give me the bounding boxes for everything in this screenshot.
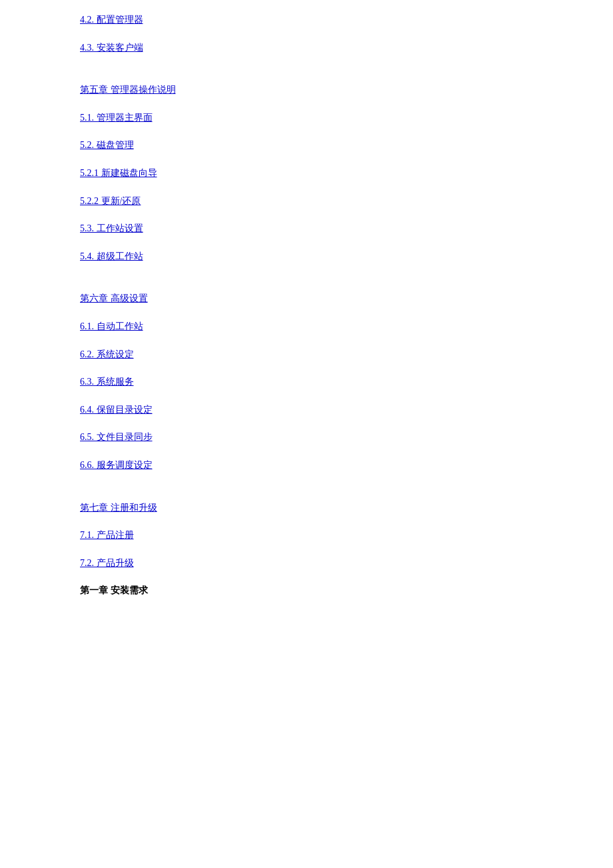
toc-item-ch6[interactable]: 第六章 高级设置	[80, 292, 560, 305]
toc-item-4-2[interactable]: 4.2. 配置管理器	[80, 13, 560, 27]
toc-item-5-3[interactable]: 5.3. 工作站设置	[80, 222, 560, 235]
chapter-body-heading: 第一章 安装需求	[80, 584, 560, 597]
toc-item-7-1[interactable]: 7.1. 产品注册	[80, 529, 560, 542]
toc-item-5-1[interactable]: 5.1. 管理器主界面	[80, 111, 560, 125]
toc-item-5-2-2[interactable]: 5.2.2 更新/还原	[80, 195, 560, 208]
toc-item-6-4[interactable]: 6.4. 保留目录设定	[80, 403, 560, 417]
toc-item-6-5[interactable]: 6.5. 文件目录同步	[80, 431, 560, 444]
toc-item-5-4[interactable]: 5.4. 超级工作站	[80, 250, 560, 263]
toc-item-ch7[interactable]: 第七章 注册和升级	[80, 501, 560, 515]
toc-item-6-3[interactable]: 6.3. 系统服务	[80, 375, 560, 389]
toc-item-6-6[interactable]: 6.6. 服务调度设定	[80, 459, 560, 472]
toc-item-4-3[interactable]: 4.3. 安装客户端	[80, 41, 560, 55]
toc-item-6-1[interactable]: 6.1. 自动工作站	[80, 320, 560, 333]
toc-container: 4.2. 配置管理器4.3. 安装客户端第五章 管理器操作说明5.1. 管理器主…	[80, 13, 560, 569]
toc-item-5-2[interactable]: 5.2. 磁盘管理	[80, 139, 560, 152]
toc-item-ch5[interactable]: 第五章 管理器操作说明	[80, 83, 560, 97]
toc-item-5-2-1[interactable]: 5.2.1 新建磁盘向导	[80, 167, 560, 180]
toc-item-7-2[interactable]: 7.2. 产品升级	[80, 557, 560, 570]
toc-item-6-2[interactable]: 6.2. 系统设定	[80, 348, 560, 361]
